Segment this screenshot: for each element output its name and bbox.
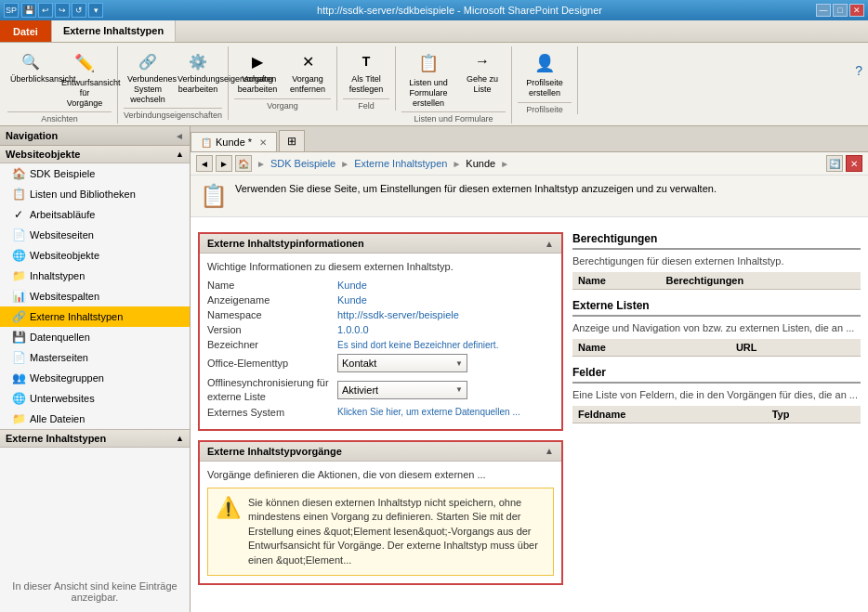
websiteobjekte-section: Websiteobjekte ▲ 🏠 SDK Beispiele 📋 Liste… [0,146,190,429]
breadcrumb-forward-button[interactable]: ► [216,155,232,172]
nav-title: Navigation [6,130,58,141]
websitespalten-icon: 📊 [11,289,26,304]
nav-item-arbeitsablaeufe[interactable]: ✓ Arbeitsabläufe [0,204,190,225]
maximize-button[interactable]: □ [833,4,848,17]
section-info-desc: Wichtige Informationen zu diesem externe… [207,261,554,272]
breadcrumb-refresh-button[interactable]: 🔄 [826,155,843,172]
breadcrumb-item-externe[interactable]: Externe Inhaltstypen [354,158,447,169]
ext-chevron: ▲ [176,434,184,443]
nav-item-alle-dateien[interactable]: 📁 Alle Dateien [0,409,190,429]
ribbon-btn-uberblicksansicht[interactable]: 🔍 Überblicksansicht [7,46,54,86]
nav-item-inhaltstypen[interactable]: 📁 Inhaltstypen [0,266,190,286]
nav-item-sdk-beispiele[interactable]: 🏠 SDK Beispiele [0,163,190,184]
doc-tabs: 📋 Kunde * ✕ ⊞ [191,126,868,152]
websiteseiten-icon: 📄 [11,228,26,242]
offlinesync-select[interactable]: Aktiviert ▼ [337,381,467,399]
ribbon: Datei Externe Inhaltstypen ? 🔍 Überblick… [0,20,868,126]
ribbon-btn-vorgang-entfernen[interactable]: ✕ Vorgang entfernen [284,46,331,97]
berechtigungen-table: Name Berechtigungen [572,272,861,290]
nav-item-listen-bibliotheken[interactable]: 📋 Listen und Bibliotheken [0,184,190,204]
info-icon: 📋 [200,183,228,209]
ext-inhaltstypen-header[interactable]: Externe Inhaltstypen ▲ [0,429,190,448]
externe-listen-col-url: URL [730,339,861,357]
tab-datei[interactable]: Datei [0,20,52,42]
nav-collapse-button[interactable]: ◄ [175,131,184,141]
field-offlinesync: Offlinesynchronisierung für externe List… [207,376,554,403]
berechtigungen-title: Berechtigungen [572,232,657,245]
navigation-panel: Navigation ◄ Websiteobjekte ▲ 🏠 SDK Beis… [0,126,191,612]
tab-externe-inhaltstypen[interactable]: Externe Inhaltstypen [52,20,176,42]
felder-title: Felder [572,366,606,379]
ribbon-group-profilseite: 👤 Profilseite erstellen Profilseite [512,46,578,114]
section-vorgaenge-desc: Vorgänge definieren die Aktionen, die vo… [207,469,554,480]
ribbon-content: 🔍 Überblicksansicht ✏️ Entwurfsansicht f… [0,43,868,125]
breadcrumb-stop-button[interactable]: ✕ [846,155,862,172]
refresh-icon[interactable]: ↺ [72,3,86,18]
redo-icon[interactable]: ↪ [55,3,70,18]
section-vorgaenge-header: Externe Inhaltstypvorgänge ▲ [200,442,561,462]
warning-box: ⚠️ Sie können diesen externen Inhaltstyp… [207,488,554,576]
ribbon-btn-gehe-zu-liste[interactable]: → Gehe zu Liste [459,46,506,97]
externe-listen-col-name: Name [572,339,730,357]
listen-icon: 📋 [11,187,26,202]
right-column: Berechtigungen Berechtigungen für diesen… [572,232,861,606]
nav-item-externe-inhaltstypen[interactable]: 🔗 Externe Inhaltstypen [0,306,190,327]
sdk-beispiele-icon: 🏠 [11,166,26,181]
nav-item-websiteobjekte[interactable]: 🌐 Websiteobjekte [0,245,190,266]
window-controls: — □ ✕ [816,4,864,17]
connected-system-icon: 🔗 [135,48,161,74]
ribbon-btn-profilseite[interactable]: 👤 Profilseite erstellen [518,46,572,100]
breadcrumb-back-button[interactable]: ◄ [196,155,213,172]
section-vorgaenge-title: Externe Inhaltstypvorgänge [207,446,342,457]
nav-item-unterwebsites[interactable]: 🌐 Unterwebsites [0,388,190,409]
nav-item-websiteseiten[interactable]: 📄 Websiteseiten [0,225,190,245]
felder-col-typ: Typ [767,406,861,423]
nav-footer: In dieser Ansicht sind keine Einträge an… [0,448,190,612]
nav-item-websitespalten[interactable]: 📊 Websitespalten [0,286,190,306]
doc-tab-icon: 📋 [201,137,212,148]
ribbon-btn-listen-erstellen[interactable]: 📋 Listen und Formulare erstellen [401,46,455,110]
berechtigungen-desc: Berechtigungen für diesen externen Inhal… [572,255,861,267]
ribbon-btn-entwurfsansicht[interactable]: ✏️ Entwurfsansicht für Vorgänge [58,46,112,110]
close-button[interactable]: ✕ [849,4,864,17]
doc-tab-kunde[interactable]: 📋 Kunde * ✕ [191,132,277,151]
field-version-value[interactable]: 1.0.0.0 [337,324,369,335]
nav-item-websitegruppen[interactable]: 👥 Websitegruppen [0,368,190,388]
field-anzeigename-value[interactable]: Kunde [337,294,367,306]
field-externes-system-value[interactable]: Klicken Sie hier, um externe Datenquelle… [337,407,520,417]
ribbon-group-vorgang: ▶ Vorgang bearbeiten ✕ Vorgang entfernen… [229,46,337,111]
websiteobjekte-chevron: ▲ [176,150,184,159]
options-icon[interactable]: ▾ [88,3,103,18]
select-arrow2-icon: ▼ [455,385,463,394]
ribbon-btn-vorgang-bearbeiten[interactable]: ▶ Vorgang bearbeiten [234,46,281,97]
websiteobjekte-header[interactable]: Websiteobjekte ▲ [0,146,190,163]
berechtigungen-header-row: Name Berechtigungen [572,272,861,290]
goto-list-icon: → [469,48,495,74]
doc-tab-extra[interactable]: ⊞ [279,130,305,151]
section-info-content: Wichtige Informationen zu diesem externe… [200,254,561,429]
field-namespace-value[interactable]: http://ssdk-server/beispiele [337,309,459,320]
doc-tab-close-button[interactable]: ✕ [259,137,267,148]
felder-table: Feldname Typ [572,406,861,423]
breadcrumb-home-button[interactable]: 🏠 [235,155,252,172]
field-externes-system: Externes System Klicken Sie hier, um ext… [207,407,554,418]
field-name-value[interactable]: Kunde [337,280,367,291]
minimize-button[interactable]: — [816,4,831,17]
field-bezeichner-value[interactable]: Es sind dort keine Bezeichner definiert. [337,340,498,350]
ribbon-btn-als-titel[interactable]: T Als Titel festlegen [343,46,389,97]
nav-item-datenquellen[interactable]: 💾 Datenquellen [0,327,190,347]
unterwebsites-icon: 🌐 [11,391,26,406]
field-bezeichner: Bezeichner Es sind dort keine Bezeichner… [207,339,554,350]
breadcrumb-item-sdk[interactable]: SDK Beispiele [270,158,335,169]
section-vorgaenge-collapse[interactable]: ▲ [545,446,554,456]
ribbon-btn-verbundenes-system[interactable]: 🔗 Verbundenes System wechseln [125,46,171,106]
undo-icon[interactable]: ↩ [38,3,53,18]
office-elementtyp-select[interactable]: Kontakt ▼ [337,354,467,372]
save-icon[interactable]: 💾 [21,3,36,18]
field-anzeigename: Anzeigename Kunde [207,294,554,306]
nav-item-masterseiten[interactable]: 📄 Masterseiten [0,347,190,368]
ribbon-btn-verbindungseigenschaften[interactable]: ⚙️ Verbindungseigenschaften bearbeiten [175,46,221,97]
field-name: Name Kunde [207,280,554,291]
section-info-collapse[interactable]: ▲ [545,239,554,249]
help-icon[interactable]: ? [855,63,862,78]
